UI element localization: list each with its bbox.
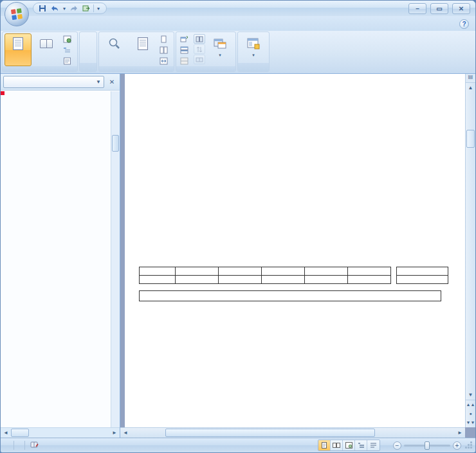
scroll-right-icon[interactable]: ► <box>455 429 464 438</box>
ribbon-group-document-views <box>2 31 78 72</box>
view-outline-button[interactable] <box>355 440 367 450</box>
switch-windows-dropdown-icon: ▾ <box>219 53 221 58</box>
zoom-slider-track[interactable] <box>404 445 450 447</box>
zoom-slider-thumb[interactable] <box>425 441 430 450</box>
zoom-slider: − + <box>393 441 461 450</box>
status-bar: − + <box>1 438 475 452</box>
arrange-all-button[interactable] <box>178 45 192 55</box>
custom-command-icon[interactable] <box>81 4 91 13</box>
draft-icon <box>63 57 71 65</box>
document-map-selector[interactable]: ▼ <box>3 76 104 88</box>
document-map-vertical-scrollbar[interactable] <box>111 91 120 427</box>
arrange-all-icon <box>180 46 188 54</box>
proofing-status-icon[interactable] <box>25 441 44 450</box>
minimize-button[interactable]: – <box>408 3 426 14</box>
page-navigation: ▲▲ ● ▼▼ <box>466 400 475 427</box>
horizontal-bending-moments-chart <box>336 104 465 200</box>
office-button[interactable] <box>5 2 29 26</box>
view-print-layout-button[interactable] <box>318 440 331 450</box>
document-map-header: ▼ ✕ <box>1 74 120 91</box>
draft-button[interactable] <box>61 56 75 66</box>
help-icon[interactable]: ? <box>459 19 469 29</box>
next-page-icon[interactable]: ▼▼ <box>466 418 475 427</box>
remove-split-button[interactable] <box>178 56 192 66</box>
macros-icon <box>246 35 261 52</box>
status-separator <box>14 441 14 450</box>
zoom-100-button[interactable] <box>129 33 156 66</box>
ribbon-group-window: ▾ <box>176 31 236 72</box>
resize-grip[interactable] <box>465 441 473 449</box>
macros-button[interactable]: ▾ <box>240 33 267 63</box>
hscroll-thumb[interactable] <box>165 429 375 437</box>
page-width-button[interactable] <box>158 56 172 66</box>
vscroll-track[interactable] <box>466 93 475 390</box>
previous-page-icon[interactable]: ▲▲ <box>466 400 475 409</box>
document-horizontal-scrollbar[interactable]: ◄ ► <box>120 427 465 438</box>
switch-windows-icon <box>212 35 228 52</box>
select-browse-object-icon[interactable]: ● <box>466 409 475 418</box>
vertical-bending-moments-chart <box>139 104 332 200</box>
document-page[interactable] <box>125 74 465 427</box>
vertical-shear-forces-chart <box>139 200 332 297</box>
view-full-screen-button[interactable] <box>331 440 343 450</box>
moments-shear-figure <box>139 96 436 258</box>
macros-dropdown-icon: ▾ <box>252 53 255 58</box>
ruler-toggle-icon[interactable]: ▤ <box>466 74 475 83</box>
zoom-in-icon[interactable]: + <box>453 441 461 450</box>
reset-window-position-icon <box>196 57 203 63</box>
web-layout-icon <box>63 35 71 43</box>
document-map-horizontal-scrollbar[interactable]: ◄ ► <box>1 427 120 438</box>
two-pages-button[interactable] <box>158 45 172 55</box>
zoom-button[interactable] <box>101 33 128 66</box>
zoom-icon <box>107 35 122 52</box>
window-controls: – ▭ ✕ <box>408 3 475 14</box>
main-area: ▼ ✕ ◄ ► <box>1 74 475 438</box>
synchronous-scrolling-button[interactable] <box>194 44 205 54</box>
close-button[interactable]: ✕ <box>452 3 470 14</box>
full-screen-reading-icon <box>39 35 54 52</box>
view-draft-button[interactable] <box>367 440 380 450</box>
undo-dropdown-icon[interactable]: ▾ <box>62 6 67 12</box>
web-layout-button[interactable] <box>61 34 75 44</box>
document-map-pane: ▼ ✕ ◄ ► <box>1 74 120 438</box>
office-logo-icon <box>11 8 23 20</box>
remove-split-icon <box>180 57 188 65</box>
document-map-hscroll-thumb[interactable] <box>11 429 29 437</box>
group-label-window <box>176 66 235 71</box>
vscroll-thumb[interactable] <box>466 130 475 148</box>
document-map-close-icon[interactable]: ✕ <box>107 77 117 87</box>
scroll-right-icon[interactable]: ► <box>110 429 119 438</box>
document-map-body <box>1 91 120 427</box>
ribbon-group-show-hide <box>79 31 97 72</box>
undo-icon[interactable] <box>50 4 60 13</box>
zoom-out-icon[interactable]: − <box>393 441 401 450</box>
new-window-icon <box>180 35 188 43</box>
scroll-up-icon[interactable]: ▲ <box>466 83 475 93</box>
reset-window-position-button[interactable] <box>194 55 205 64</box>
outline-icon <box>63 46 71 54</box>
outline-button[interactable] <box>61 45 75 55</box>
scroll-left-icon[interactable]: ◄ <box>1 429 10 438</box>
maximize-button[interactable]: ▭ <box>430 3 448 14</box>
qat-customize-icon[interactable]: ▾ <box>96 6 101 12</box>
one-page-button[interactable] <box>158 34 172 44</box>
switch-windows-button[interactable]: ▾ <box>206 33 233 66</box>
zoom-100-icon <box>135 35 151 52</box>
scroll-left-icon[interactable]: ◄ <box>121 429 130 438</box>
view-side-by-side-icon <box>196 36 203 42</box>
status-right-controls: − + <box>318 440 473 451</box>
save-icon[interactable] <box>37 4 48 13</box>
full-screen-reading-button[interactable] <box>33 33 60 66</box>
document-map-scroll-thumb[interactable] <box>112 135 119 152</box>
document-vertical-scrollbar[interactable]: ▤ ▲ ▼ ▲▲ ● ▼▼ <box>465 74 475 427</box>
new-window-button[interactable] <box>178 34 192 44</box>
view-web-layout-button[interactable] <box>343 440 355 450</box>
scroll-down-icon[interactable]: ▼ <box>466 390 475 400</box>
ribbon-group-macros: ▾ <box>237 31 270 72</box>
horizontal-shear-forces-chart <box>336 200 465 297</box>
print-layout-button[interactable] <box>5 33 32 66</box>
redo-icon[interactable] <box>69 4 79 13</box>
view-side-by-side-button[interactable] <box>194 34 205 44</box>
word-window: ▾ ▾ – ▭ ✕ ? <box>0 0 476 453</box>
two-pages-icon <box>160 46 168 54</box>
